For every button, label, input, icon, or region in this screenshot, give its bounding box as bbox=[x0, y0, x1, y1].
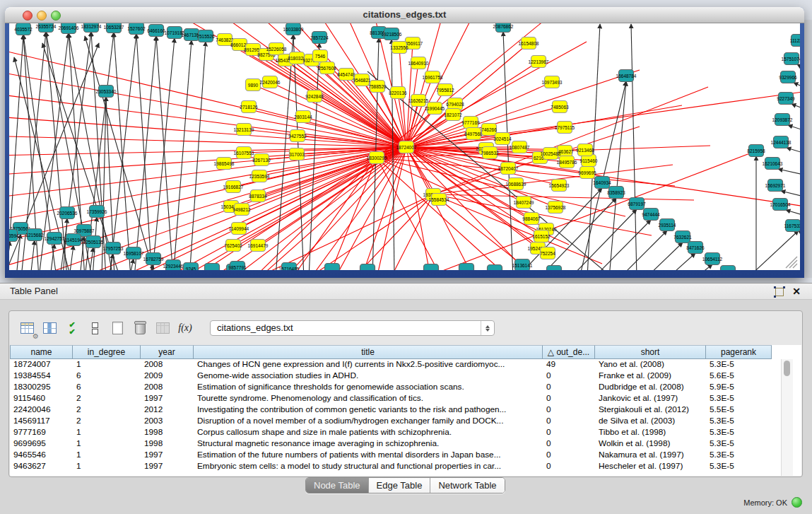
delete-table-icon[interactable] bbox=[131, 319, 149, 337]
column-header-short[interactable]: short bbox=[595, 345, 706, 359]
column-header-pagerank[interactable]: pagerank bbox=[706, 345, 772, 359]
table-cell: 19384554 bbox=[10, 370, 73, 382]
show-columns-icon[interactable] bbox=[40, 319, 59, 337]
column-header-year[interactable]: year bbox=[141, 345, 194, 359]
graph-node[interactable] bbox=[488, 265, 502, 271]
resize-grip[interactable] bbox=[786, 257, 797, 268]
graph-node-label: 10653287 bbox=[104, 25, 124, 30]
graph-node-label: 17975115 bbox=[555, 125, 575, 130]
function-builder-icon[interactable]: f(x) bbox=[176, 319, 194, 337]
column-header-in_degree[interactable]: in_degree bbox=[73, 345, 141, 359]
table-row[interactable]: 2242004622012Investigating the contribut… bbox=[10, 404, 801, 416]
graph-node[interactable] bbox=[360, 264, 375, 271]
graph-node-label: 10654112 bbox=[702, 257, 723, 262]
vertical-scrollbar[interactable] bbox=[781, 359, 793, 476]
table-row[interactable]: 969969511998Structural magnetic resonanc… bbox=[10, 438, 801, 450]
table-cell: 2003 bbox=[141, 416, 194, 427]
graph-edge bbox=[799, 231, 800, 238]
graph-node-label: 9498212 bbox=[233, 207, 251, 212]
table-cell: 1 bbox=[73, 427, 141, 438]
graph-node-label: 12213967 bbox=[529, 59, 549, 64]
graph-node[interactable] bbox=[205, 264, 220, 271]
graph-node-label: 20691406 bbox=[59, 25, 79, 30]
table-cell: 0 bbox=[543, 438, 595, 450]
row-height-icon[interactable] bbox=[86, 319, 104, 337]
graph-node-label: 6794028 bbox=[446, 102, 464, 107]
table-cell: 5.3E-5 bbox=[706, 438, 772, 450]
graph-node-label: 9884067 bbox=[522, 216, 541, 221]
table-cell: 22420046 bbox=[10, 404, 73, 416]
column-header-out_de[interactable]: △ out_de... bbox=[543, 345, 595, 359]
graph-node-label: 9227349 bbox=[777, 96, 795, 101]
graph-edge bbox=[797, 64, 800, 71]
graph-node-label: 16961758 bbox=[423, 75, 443, 80]
table-cell: 0 bbox=[543, 393, 595, 404]
table-row[interactable]: 946362711997Embryonic stem cells: a mode… bbox=[10, 461, 801, 472]
select-columns-icon[interactable]: ✔✔ bbox=[63, 319, 81, 337]
graph-node-label: 6879197 bbox=[628, 201, 646, 206]
network-canvas[interactable]: 4035572263557242069140618312974106532871… bbox=[9, 23, 800, 270]
column-header-name[interactable]: name bbox=[10, 345, 73, 359]
graph-node[interactable] bbox=[459, 264, 474, 271]
graph-node-label: 7515526 bbox=[196, 34, 215, 39]
table-cell: Genome-wide association studies in ADHD. bbox=[194, 370, 543, 382]
graph-node-label: 8878334 bbox=[249, 194, 267, 199]
graph-node-label: 3913594 bbox=[9, 233, 19, 238]
table-row[interactable]: 1938455462009Genome-wide association stu… bbox=[10, 370, 801, 382]
graph-node-label: 10688639 bbox=[506, 182, 526, 187]
graph-node-label: 18312974 bbox=[81, 24, 102, 29]
graph-edge bbox=[377, 105, 682, 158]
table-cell: 2 bbox=[73, 404, 141, 416]
memory-status: Memory: OK bbox=[743, 497, 802, 508]
import-table-icon[interactable] bbox=[153, 319, 172, 337]
citation-network-graph: 4035572263557242069140618312974106532871… bbox=[9, 23, 800, 270]
graph-node-label: 15584534 bbox=[429, 197, 449, 202]
table-cell: 1 bbox=[73, 461, 141, 472]
window-titlebar[interactable]: citations_edges.txt bbox=[5, 7, 804, 23]
table-panel-body: ⚙ ✔✔ f(x) citations_edges.txt namein_deg… bbox=[8, 310, 803, 477]
table-cell: 0 bbox=[543, 416, 595, 427]
window-title: citations_edges.txt bbox=[5, 7, 804, 22]
graph-node-label: 10807487 bbox=[510, 145, 530, 150]
new-table-icon[interactable] bbox=[108, 319, 126, 337]
graph-edge bbox=[609, 81, 626, 270]
table-row[interactable]: 911546021997Tourette syndrome. Phenomeno… bbox=[10, 393, 801, 404]
graph-node-label: 1215682 bbox=[25, 233, 44, 238]
graph-edge bbox=[134, 36, 156, 270]
table-cell: 0 bbox=[543, 461, 595, 472]
graph-node-label: 9699695 bbox=[578, 170, 596, 175]
graph-node[interactable] bbox=[424, 264, 439, 271]
graph-node-label: 15716485 bbox=[279, 267, 300, 271]
table-settings-icon[interactable]: ⚙ bbox=[18, 319, 36, 337]
tab-network-table[interactable]: Network Table bbox=[430, 478, 504, 493]
graph-node-label: 19218506 bbox=[382, 32, 402, 37]
graph-node-label: 1733426 bbox=[545, 269, 563, 271]
graph-node[interactable] bbox=[325, 264, 340, 271]
network-view-window: citations_edges.txt 40355722635572420691… bbox=[5, 7, 804, 278]
table-row[interactable]: 1830029562008Estimation of significance … bbox=[10, 382, 801, 393]
graph-node-label: 9427552 bbox=[288, 134, 307, 139]
table-cell: 9699695 bbox=[10, 438, 73, 450]
table-row[interactable]: 977716911998Corpus callosum shape and si… bbox=[10, 427, 801, 438]
graph-node-label: 9213468 bbox=[576, 148, 594, 153]
graph-edge bbox=[189, 42, 206, 270]
table-row[interactable]: 1872400712008Changes of HCN gene express… bbox=[10, 359, 801, 370]
table-cell: 0 bbox=[543, 404, 595, 416]
column-header-title[interactable]: title bbox=[194, 345, 543, 359]
graph-node-label: 20876862 bbox=[493, 24, 514, 29]
table-cell: 1997 bbox=[141, 461, 194, 472]
table-row[interactable]: 1456911722003Disruption of a novel membe… bbox=[10, 416, 801, 427]
graph-node-label: 1112205 bbox=[790, 38, 800, 43]
tab-edge-table[interactable]: Edge Table bbox=[368, 478, 430, 493]
table-cell: 5.3E-5 bbox=[706, 359, 772, 370]
table-selector-dropdown[interactable]: citations_edges.txt bbox=[210, 320, 495, 336]
scrollbar-thumb[interactable] bbox=[784, 361, 790, 376]
table-cell: Changes of HCN gene expression and I(f) … bbox=[194, 359, 543, 370]
close-panel-icon[interactable]: ✕ bbox=[792, 285, 801, 298]
graph-node-label: 15692971 bbox=[765, 183, 786, 188]
table-cell: 2 bbox=[73, 416, 141, 427]
tab-node-table[interactable]: Node Table bbox=[306, 478, 368, 493]
table-row[interactable]: 946554611997Estimation of the future num… bbox=[10, 450, 801, 461]
graph-node-label: 9115460 bbox=[580, 158, 598, 163]
float-panel-icon[interactable] bbox=[775, 288, 784, 296]
